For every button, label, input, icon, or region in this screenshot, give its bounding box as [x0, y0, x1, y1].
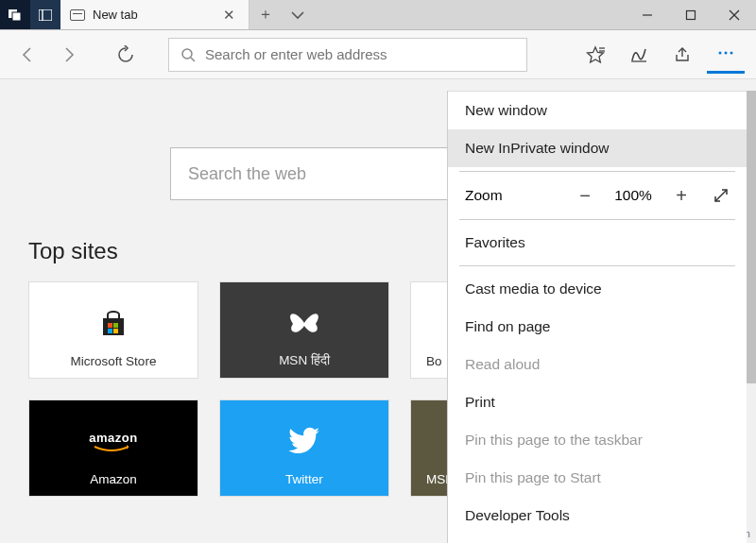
- close-window-button[interactable]: [713, 0, 756, 29]
- back-button[interactable]: [11, 39, 43, 71]
- more-menu: New window New InPrivate window Zoom − 1…: [448, 91, 747, 543]
- set-aside-tabs-button[interactable]: [30, 0, 60, 29]
- forward-button[interactable]: [53, 39, 85, 71]
- activities-button[interactable]: [0, 0, 30, 29]
- svg-point-16: [725, 52, 728, 55]
- scrollbar-thumb[interactable]: [747, 91, 756, 383]
- reading-list-button[interactable]: [620, 36, 658, 74]
- tile-msn-hindi[interactable]: MSN हिंदी: [219, 281, 389, 379]
- address-bar[interactable]: [168, 38, 527, 72]
- zoom-in-button[interactable]: +: [667, 181, 696, 210]
- menu-print[interactable]: Print: [448, 383, 747, 421]
- menu-developer-tools[interactable]: Developer Tools: [448, 497, 747, 535]
- toolbar: [0, 30, 756, 79]
- web-search-placeholder: Search the web: [188, 164, 306, 184]
- menu-new-window[interactable]: New window: [448, 92, 747, 129]
- svg-rect-5: [687, 10, 696, 19]
- menu-separator: [459, 219, 735, 220]
- menu-open-ie: Open with Internet Explorer: [448, 535, 747, 543]
- menu-favorites[interactable]: Favorites: [448, 224, 747, 262]
- zoom-value: 100%: [610, 187, 656, 204]
- store-icon: [97, 303, 129, 343]
- menu-separator: [459, 171, 735, 172]
- svg-line-23: [715, 190, 727, 201]
- menu-scrollbar[interactable]: [747, 91, 756, 538]
- svg-point-8: [182, 49, 192, 59]
- tab-title: New tab: [93, 8, 212, 22]
- svg-rect-2: [39, 9, 52, 21]
- tile-microsoft-store[interactable]: Microsoft Store: [28, 281, 198, 379]
- search-icon: [180, 47, 196, 62]
- new-tab-button[interactable]: ＋: [249, 5, 282, 25]
- tab-close-button[interactable]: ✕: [219, 7, 239, 24]
- svg-line-9: [191, 58, 195, 61]
- tab-preview-button[interactable]: [282, 10, 314, 20]
- svg-rect-20: [108, 329, 112, 333]
- tab-actions: ＋: [249, 0, 314, 29]
- tile-amazon[interactable]: amazon Amazon: [28, 399, 198, 497]
- favorites-button[interactable]: [576, 36, 614, 74]
- menu-find-on-page[interactable]: Find on page: [448, 308, 747, 346]
- browser-tab[interactable]: New tab ✕: [60, 0, 249, 29]
- titlebar: New tab ✕ ＋: [0, 0, 756, 30]
- menu-pin-start: Pin this page to Start: [448, 459, 747, 497]
- twitter-icon: [287, 421, 321, 461]
- tile-twitter[interactable]: Twitter: [219, 399, 389, 497]
- window-controls: [626, 0, 756, 29]
- svg-rect-1: [12, 12, 21, 21]
- svg-rect-19: [113, 323, 118, 328]
- butterfly-icon: [285, 303, 323, 343]
- address-input[interactable]: [205, 46, 515, 62]
- tile-label: Twitter: [285, 472, 323, 486]
- menu-zoom-row: Zoom − 100% +: [448, 176, 747, 215]
- fullscreen-button[interactable]: [707, 181, 735, 210]
- refresh-button[interactable]: [110, 39, 142, 71]
- svg-point-15: [719, 52, 722, 55]
- tile-label: Amazon: [90, 472, 137, 486]
- menu-pin-taskbar: Pin this page to the taskbar: [448, 421, 747, 459]
- menu-read-aloud: Read aloud: [448, 346, 747, 383]
- zoom-label: Zoom: [465, 187, 571, 204]
- amazon-icon: amazon: [89, 421, 137, 461]
- svg-rect-21: [113, 329, 118, 333]
- maximize-button[interactable]: [669, 0, 713, 29]
- menu-new-inprivate-window[interactable]: New InPrivate window: [448, 129, 747, 167]
- minimize-button[interactable]: [626, 0, 669, 29]
- titlebar-left: [0, 0, 60, 29]
- tab-favicon-icon: [70, 9, 85, 21]
- share-button[interactable]: [663, 36, 701, 74]
- tile-label: Bo: [426, 354, 442, 368]
- menu-separator: [459, 265, 735, 266]
- tile-label: MSN हिंदी: [279, 353, 330, 368]
- svg-marker-10: [588, 47, 604, 62]
- svg-point-17: [730, 52, 733, 55]
- zoom-out-button[interactable]: −: [571, 181, 599, 210]
- menu-cast-media[interactable]: Cast media to device: [448, 270, 747, 308]
- tile-label: Microsoft Store: [71, 354, 157, 368]
- svg-rect-18: [108, 323, 112, 328]
- more-menu-button[interactable]: [707, 36, 745, 74]
